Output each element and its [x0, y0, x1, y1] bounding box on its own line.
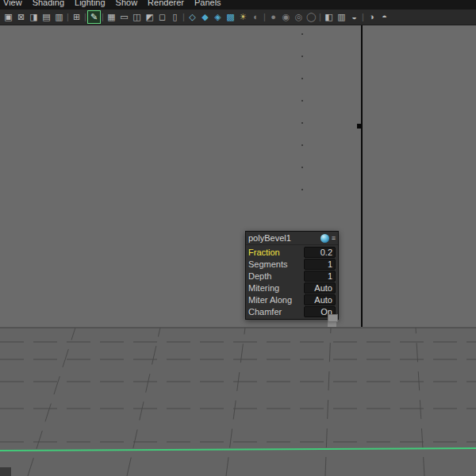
popup-row-value[interactable]: Auto: [304, 282, 336, 294]
textured-icon[interactable]: ▩: [225, 11, 236, 23]
panel-menu-bar: View Shading Lighting Show Renderer Pane…: [0, 0, 476, 10]
grease-pencil-icon[interactable]: ✎: [88, 11, 100, 23]
sphere-node-icon: [321, 234, 329, 243]
separator[interactable]: |: [66, 11, 70, 23]
menu-item[interactable]: Lighting: [75, 0, 106, 10]
wireframe-on-shaded-icon[interactable]: ◈: [212, 11, 224, 23]
isolate-select-icon[interactable]: ◧: [323, 11, 335, 23]
film-gate-icon[interactable]: ▭: [118, 11, 130, 23]
camera-lock-icon[interactable]: ⊠: [15, 11, 27, 23]
image-plane-icon[interactable]: ▥: [53, 11, 65, 23]
separator[interactable]: |: [318, 11, 322, 23]
popup-row-label[interactable]: Mitering: [248, 283, 279, 293]
resolution-gate-icon[interactable]: ◫: [131, 11, 143, 23]
separator[interactable]: |: [263, 11, 267, 23]
bookmark-icon[interactable]: ▤: [40, 11, 52, 23]
separator[interactable]: |: [83, 11, 87, 23]
menu-item[interactable]: Panels: [194, 0, 221, 10]
shadows-icon[interactable]: ◐: [250, 11, 262, 23]
pan-zoom-icon[interactable]: ⊞: [71, 11, 83, 23]
camera-select-icon[interactable]: ▣: [2, 11, 14, 23]
popup-title: polyBevel1: [248, 233, 291, 243]
popup-row: Mitering Auto: [248, 282, 336, 293]
popup-rows: Fraction 0.2 Segments 1 Depth 1 Mitering…: [246, 247, 338, 317]
popup-row-label[interactable]: Chamfer: [248, 307, 282, 317]
viewport-corner-widget: [0, 467, 11, 476]
menu-item[interactable]: View: [3, 0, 22, 10]
menu-item[interactable]: Show: [116, 0, 138, 10]
contrast-icon[interactable]: ◑: [366, 11, 378, 23]
popup-row-value[interactable]: 1: [304, 259, 336, 270]
popup-row: Miter Along Auto: [248, 294, 336, 305]
camera-attributes-icon[interactable]: ◨: [28, 11, 40, 23]
exposure-icon[interactable]: ◒: [348, 11, 360, 23]
wireframe-icon[interactable]: ◇: [186, 11, 198, 23]
ground-plane: [0, 328, 476, 476]
ao-icon[interactable]: ●: [267, 11, 279, 23]
popup-row-label[interactable]: Depth: [248, 271, 271, 281]
safe-action-icon[interactable]: ◻: [156, 11, 168, 23]
safe-title-icon[interactable]: ▯: [169, 11, 181, 23]
popup-resize-grip[interactable]: [328, 314, 338, 322]
separator[interactable]: |: [182, 11, 186, 23]
popup-row: Depth 1: [248, 271, 336, 281]
polybevel-popup: polyBevel1 ≡ Fraction 0.2 Segments 1 Dep…: [245, 231, 339, 320]
popup-row: Chamfer On: [248, 306, 336, 317]
popup-row-label[interactable]: Fraction: [248, 248, 280, 257]
shaded-cube-icon[interactable]: ◆: [199, 11, 211, 23]
menu-item[interactable]: Shading: [33, 0, 64, 10]
menu-item[interactable]: Renderer: [148, 0, 184, 10]
use-all-lights-icon[interactable]: ☀: [237, 11, 249, 23]
viewport-3d-scene[interactable]: [0, 0, 476, 476]
antialias-icon[interactable]: ◎: [293, 11, 305, 23]
gamma-icon[interactable]: ◓: [378, 11, 390, 23]
popup-row-value[interactable]: 1: [304, 271, 336, 282]
separator[interactable]: |: [101, 11, 105, 23]
popup-row: Segments 1: [248, 259, 336, 269]
popup-row-value[interactable]: Auto: [304, 294, 336, 305]
popup-row: Fraction 0.2: [248, 247, 336, 257]
popup-row-label[interactable]: Segments: [248, 259, 288, 269]
xray-icon[interactable]: ▥: [336, 11, 347, 23]
popup-row-value[interactable]: 0.2: [304, 247, 336, 258]
separator[interactable]: |: [361, 11, 365, 23]
edge-vertex-notch[interactable]: [357, 124, 363, 129]
motion-blur-icon[interactable]: ◉: [280, 11, 292, 23]
popup-row-label[interactable]: Miter Along: [248, 295, 292, 305]
dof-icon[interactable]: ◯: [305, 11, 317, 23]
viewport-toolbar: ▣ ⊠ ◨ ▤ ▥ | ⊞ | ✎ | ▦ ▭ ◫ ◩ ◻ ▯ | ◇ ◆ ◈ …: [0, 10, 476, 25]
popup-title-bar[interactable]: polyBevel1 ≡: [246, 232, 338, 245]
grid-icon[interactable]: ▦: [106, 11, 117, 23]
gate-mask-icon[interactable]: ◩: [144, 11, 155, 23]
popup-menu-icon[interactable]: ≡: [332, 234, 336, 243]
